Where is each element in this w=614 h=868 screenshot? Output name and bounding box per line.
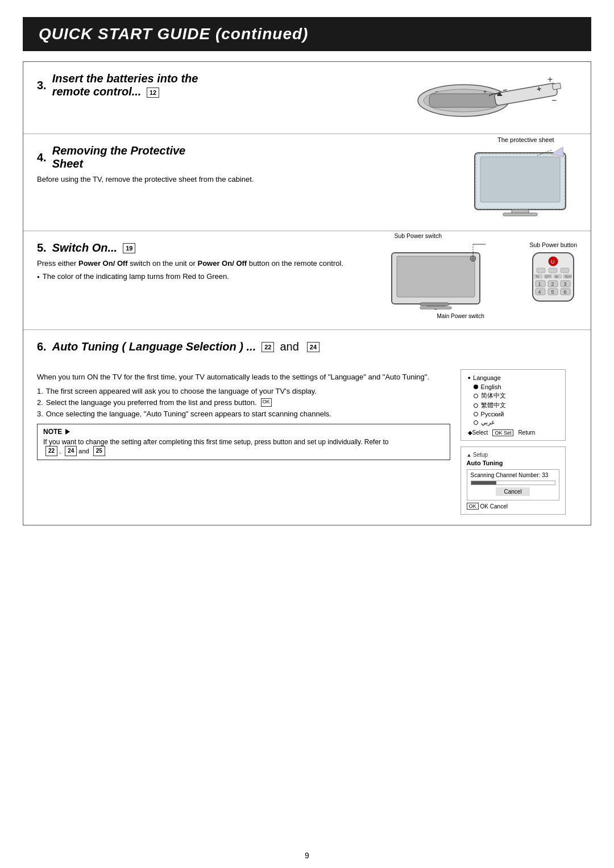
page-number: 9 <box>305 851 309 860</box>
section-5-right: Sub Power switch <box>389 241 577 319</box>
section-4: 4. Removing the Protective Sheet Before … <box>23 134 591 231</box>
lang-option-arabic: عربي <box>474 419 558 426</box>
radio-empty-icon-2 <box>474 403 478 408</box>
auto-tuning-title: Auto Tuning <box>467 460 559 466</box>
ref-24: 24 <box>307 342 320 352</box>
svg-text:3: 3 <box>564 281 567 287</box>
note-ref-24: 24 <box>65 446 77 456</box>
svg-rect-4 <box>552 83 561 90</box>
svg-rect-14 <box>503 213 537 216</box>
radio-empty-icon <box>474 394 478 398</box>
tv-illustration <box>463 144 577 218</box>
step-5-number: 5. <box>37 241 47 254</box>
protective-sheet-label: The protective sheet <box>497 136 554 143</box>
radio-empty-icon-3 <box>474 412 478 416</box>
section-3-right: + − + − + − <box>406 72 577 123</box>
section-6: 6. Auto Tuning ( Language Selection ) ..… <box>23 330 591 525</box>
section-4-right: The protective sheet <box>463 144 577 220</box>
svg-rect-20 <box>420 307 451 309</box>
svg-text:AV: AV <box>555 275 559 278</box>
svg-text:DTT: DTT <box>545 275 551 278</box>
svg-rect-31 <box>561 268 569 273</box>
lang-nav: ◆Select OK Set Return <box>468 429 558 436</box>
section-3: 3. Insert the batteries into the remote … <box>23 62 591 134</box>
ref-12: 12 <box>147 87 159 98</box>
sub-power-button-label: Sub Power button <box>530 241 577 248</box>
section-5-left: 5. Switch On... 19 Press either Power On… <box>37 241 379 282</box>
auto-tuning-breadcrumb: ▲ Setup <box>467 452 559 458</box>
bullet-lamp: The color of the indicating lamp turns f… <box>37 272 379 281</box>
svg-text:1: 1 <box>538 281 541 287</box>
lang-option-english: English <box>474 383 558 390</box>
section-4-desc: Before using the TV, remove the protecti… <box>37 174 453 186</box>
main-power-switch-label: Main Power switch <box>437 313 520 319</box>
progress-bar <box>471 481 555 485</box>
section-4-title: Removing the Protective Sheet <box>52 144 186 170</box>
progress-area: Scanning Channel Number: 33 Cancel <box>467 469 559 500</box>
tv-switch-illustration <box>389 241 520 310</box>
ok-cancel-row: OK OK Cancel <box>467 503 559 510</box>
ref-19: 19 <box>123 243 135 253</box>
svg-rect-18 <box>397 256 475 297</box>
svg-text:+: + <box>483 88 487 95</box>
section-6-list: The first screen appeared will ask you t… <box>37 387 450 418</box>
lang-screen-title: Language <box>468 374 558 381</box>
svg-rect-22 <box>420 303 449 306</box>
note-ref-25: 25 <box>93 446 105 456</box>
cancel-button: Cancel <box>496 487 530 496</box>
section-6-main-desc: When you turn ON the TV for the first ti… <box>37 372 450 383</box>
section-6-right: Language English 简体中文 繁體中文 <box>460 369 574 515</box>
lang-option-simplified: 简体中文 <box>474 391 558 400</box>
list-item-2: Select the language you preferred from t… <box>37 398 450 407</box>
lang-option-russian: Русский <box>474 411 558 418</box>
svg-text:2: 2 <box>551 281 554 287</box>
svg-text:−: − <box>435 88 438 95</box>
svg-text:+: + <box>547 74 553 84</box>
section-4-left: 4. Removing the Protective Sheet Before … <box>37 144 453 186</box>
battery-illustration: + − + − + − <box>406 72 577 123</box>
note-arrow-icon <box>65 429 70 435</box>
step-3-number: 3. <box>37 79 47 92</box>
main-content-box: 3. Insert the batteries into the remote … <box>23 61 591 525</box>
svg-rect-15 <box>476 154 565 208</box>
switch-diagram: Sub Power switch <box>389 241 520 319</box>
auto-tuning-screen: ▲ Setup Auto Tuning Scanning Channel Num… <box>460 446 566 515</box>
page-title: QUICK START GUIDE (continued) <box>23 17 591 51</box>
section-6-inner: When you turn ON the TV for the first ti… <box>37 369 574 515</box>
step-6-number: 6. <box>37 340 47 353</box>
svg-text:5: 5 <box>551 289 554 295</box>
svg-text:U: U <box>551 259 555 265</box>
step-4-number: 4. <box>37 151 47 164</box>
scan-label: Scanning Channel Number: 33 <box>471 472 555 478</box>
section-5-desc: Press either Power On/ Off switch on the… <box>37 258 379 270</box>
section-5-bullets: The color of the indicating lamp turns f… <box>37 272 379 281</box>
lang-option-traditional: 繁體中文 <box>474 401 558 410</box>
section-5-heading: 5. Switch On... 19 <box>37 241 379 254</box>
language-screen: Language English 简体中文 繁體中文 <box>460 369 566 441</box>
radio-filled-icon <box>474 385 478 389</box>
svg-text:4: 4 <box>538 289 541 295</box>
svg-rect-30 <box>549 268 557 273</box>
progress-bar-fill <box>471 481 496 485</box>
svg-rect-2 <box>429 94 497 107</box>
sub-power-switch-label: Sub Power switch <box>395 232 442 239</box>
section-6-left: When you turn ON the TV for the first ti… <box>37 369 450 515</box>
list-item-3: Once selecting the language, "Auto Tunin… <box>37 410 450 418</box>
note-box: NOTE If you want to change the setting a… <box>37 424 450 460</box>
note-text: If you want to change the setting after … <box>43 438 444 456</box>
section-3-heading: 3. Insert the batteries into the remote … <box>37 72 396 98</box>
note-label: NOTE <box>43 428 444 436</box>
remote-control-svg: U TV DTT AV TEXT <box>530 250 576 304</box>
section-4-heading: 4. Removing the Protective Sheet <box>37 144 453 170</box>
radio-empty-icon-4 <box>474 420 478 425</box>
svg-text:TV: TV <box>536 275 540 278</box>
ok-set-btn: OK Set <box>492 429 513 436</box>
section-6-heading: 6. Auto Tuning ( Language Selection ) ..… <box>37 340 320 353</box>
ok-btn-cancel: OK <box>467 503 479 510</box>
svg-text:−: − <box>551 95 557 105</box>
svg-text:6: 6 <box>564 289 567 295</box>
note-ref-22: 22 <box>45 446 57 456</box>
ref-22: 22 <box>262 342 274 352</box>
svg-rect-29 <box>537 268 545 273</box>
section-3-title: Insert the batteries into the remote con… <box>52 72 198 98</box>
